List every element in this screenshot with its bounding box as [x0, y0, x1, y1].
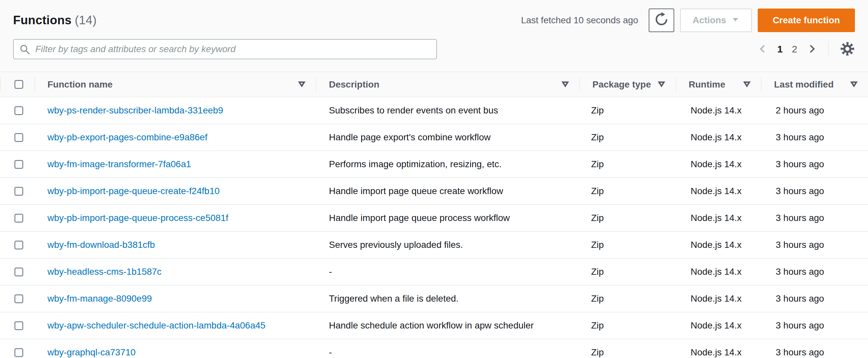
description-cell: Triggered when a file is deleted. [316, 294, 579, 304]
row-select-cell [0, 348, 34, 357]
table-row: wby-headless-cms-1b1587c - Zip Node.js 1… [0, 259, 868, 285]
row-checkbox[interactable] [14, 321, 23, 330]
row-checkbox[interactable] [14, 295, 23, 303]
last-modified-cell: 3 hours ago [761, 347, 868, 358]
table-row: wby-pb-import-page-queue-create-f24fb10 … [0, 178, 868, 205]
function-name-link[interactable]: wby-pb-import-page-queue-create-f24fb10 [48, 186, 220, 196]
caret-down-icon [732, 15, 739, 26]
package-type-cell: Zip [579, 213, 676, 223]
package-type-cell: Zip [579, 294, 676, 304]
description-cell: Handle import page queue process workflo… [316, 213, 579, 223]
last-fetched-text: Last fetched 10 seconds ago [521, 15, 638, 26]
function-name-link[interactable]: wby-fm-manage-8090e99 [48, 294, 152, 304]
table-row: wby-ps-render-subscriber-lambda-331eeb9 … [0, 98, 868, 124]
create-function-button[interactable]: Create function [758, 8, 855, 32]
sort-icon [850, 80, 858, 89]
description-cell: Subscribes to render events on event bus [316, 105, 579, 116]
row-select-cell [0, 214, 34, 223]
page-title: Functions(14) [13, 13, 97, 27]
function-name-link[interactable]: wby-headless-cms-1b1587c [48, 267, 162, 277]
function-name-cell: wby-pb-export-pages-combine-e9a86ef [34, 132, 316, 143]
row-checkbox[interactable] [14, 133, 23, 142]
function-name-cell: wby-graphql-ca73710 [34, 347, 316, 358]
last-modified-cell: 3 hours ago [761, 186, 868, 196]
table-row: wby-apw-scheduler-schedule-action-lambda… [0, 312, 868, 339]
row-checkbox[interactable] [14, 214, 23, 223]
function-name-cell: wby-ps-render-subscriber-lambda-331eeb9 [34, 105, 316, 116]
column-header-runtime[interactable]: Runtime [676, 72, 761, 97]
function-name-link[interactable]: wby-pb-export-pages-combine-e9a86ef [48, 132, 208, 142]
runtime-cell: Node.js 14.x [676, 240, 761, 250]
description-cell: Handle page export's combine workflow [316, 132, 579, 143]
refresh-button[interactable] [649, 8, 674, 32]
column-header-last-modified[interactable]: Last modified [761, 72, 868, 97]
description-cell: Serves previously uploaded files. [316, 240, 579, 250]
settings-button[interactable] [840, 41, 855, 57]
row-checkbox[interactable] [14, 348, 23, 357]
package-type-cell: Zip [579, 186, 676, 196]
row-select-cell [0, 268, 34, 276]
runtime-cell: Node.js 14.x [676, 347, 761, 358]
runtime-cell: Node.js 14.x [676, 159, 761, 169]
table-row: wby-fm-manage-8090e99 Triggered when a f… [0, 285, 868, 312]
package-type-cell: Zip [579, 320, 676, 331]
last-modified-cell: 3 hours ago [761, 213, 868, 223]
sort-icon [561, 80, 569, 89]
actions-button[interactable]: Actions [680, 8, 752, 32]
runtime-cell: Node.js 14.x [676, 105, 761, 116]
description-cell: Handle import page queue create workflow [316, 186, 579, 196]
previous-page-button[interactable] [758, 44, 768, 55]
function-name-link[interactable]: wby-ps-render-subscriber-lambda-331eeb9 [48, 105, 223, 115]
runtime-cell: Node.js 14.x [676, 132, 761, 143]
function-name-link[interactable]: wby-fm-image-transformer-7fa06a1 [48, 159, 191, 169]
chevron-left-icon [758, 44, 768, 55]
row-select-cell [0, 187, 34, 196]
page-number-2[interactable]: 2 [792, 44, 797, 55]
toolbar-row: 1 2 [13, 39, 855, 60]
row-checkbox[interactable] [14, 268, 23, 276]
row-select-cell [0, 133, 34, 142]
page-title-text: Functions [13, 13, 72, 27]
function-name-link[interactable]: wby-apw-scheduler-schedule-action-lambda… [48, 320, 266, 330]
sort-icon [657, 80, 666, 89]
column-header-description[interactable]: Description [316, 72, 579, 97]
page-number-1[interactable]: 1 [777, 44, 783, 55]
column-header-function-name[interactable]: Function name [34, 72, 316, 97]
row-checkbox[interactable] [14, 160, 23, 169]
runtime-cell: Node.js 14.x [676, 186, 761, 196]
row-select-cell [0, 321, 34, 330]
function-name-link[interactable]: wby-pb-import-page-queue-process-ce5081f [48, 213, 228, 223]
runtime-cell: Node.js 14.x [676, 294, 761, 304]
column-header-package-type[interactable]: Package type [579, 72, 676, 97]
row-select-cell [0, 160, 34, 169]
function-name-cell: wby-fm-image-transformer-7fa06a1 [34, 159, 316, 169]
table-row: wby-graphql-ca73710 - Zip Node.js 14.x 3… [0, 339, 868, 358]
sort-icon [298, 80, 306, 89]
row-checkbox[interactable] [14, 187, 23, 196]
actions-button-label: Actions [692, 15, 726, 26]
functions-table: Function name Description Package type R… [0, 72, 868, 358]
search-box [13, 39, 437, 59]
function-name-link[interactable]: wby-graphql-ca73710 [48, 347, 135, 357]
refresh-icon [654, 12, 669, 29]
row-checkbox[interactable] [14, 106, 23, 115]
runtime-cell: Node.js 14.x [676, 320, 761, 331]
search-icon [19, 44, 31, 57]
package-type-cell: Zip [579, 240, 676, 250]
function-name-link[interactable]: wby-fm-download-b381cfb [48, 240, 155, 250]
function-name-cell: wby-pb-import-page-queue-create-f24fb10 [34, 186, 316, 196]
function-count: (14) [75, 13, 97, 27]
next-page-button[interactable] [806, 44, 817, 55]
package-type-cell: Zip [579, 347, 676, 358]
last-modified-cell: 3 hours ago [761, 132, 868, 143]
row-checkbox[interactable] [14, 241, 23, 249]
select-all-checkbox[interactable] [14, 80, 23, 89]
row-select-cell [0, 106, 34, 115]
table-body: wby-ps-render-subscriber-lambda-331eeb9 … [0, 98, 868, 358]
table-row: wby-fm-image-transformer-7fa06a1 Perform… [0, 151, 868, 178]
package-type-cell: Zip [579, 105, 676, 116]
create-function-label: Create function [773, 15, 840, 26]
search-input[interactable] [13, 39, 437, 59]
last-modified-cell: 3 hours ago [761, 320, 868, 331]
last-modified-cell: 2 hours ago [761, 105, 868, 116]
